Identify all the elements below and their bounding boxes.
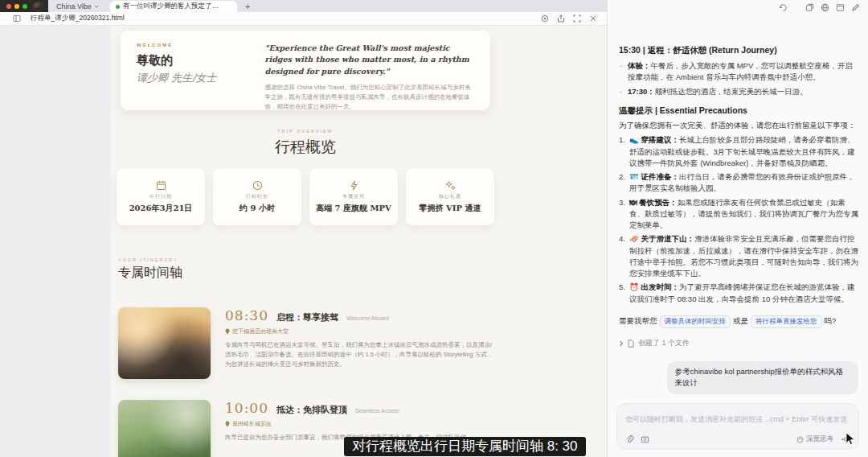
new-tab-button[interactable]: + [245,0,250,12]
workspace-selector[interactable]: China Vibe [56,0,99,12]
open-in-browser-icon[interactable] [541,14,549,23]
chat-messages[interactable]: 15:30 | 返程：舒适休憩 (Return Journey) 体验：午餐后，… [619,37,858,401]
overview-eyebrow: TRIP OVERVIEW [117,129,494,134]
timeline-item-title: 抵达：免排队登顶 [276,404,347,416]
numbered-item: 2.🪪 证件准备：出行当日，请务必携带您的有效身份证或护照原件，用于景区实名制核… [619,171,858,195]
minimize-window-button[interactable] [14,4,19,9]
tab-session[interactable]: 有一位叫谭少卿的客人预定了… [110,1,237,12]
timeline-description: 专属向导与司机已在酒店大堂等候。登车后，我们将为您奉上冰镇依云气泡水或温热香茗，… [225,340,494,369]
deep-think-toggle[interactable]: 深度思考 [796,434,833,444]
html-preview-pane[interactable]: WELCOME 尊敬的 谭少卿 先生/女士 "Experience the Gr… [0,26,607,457]
timeline-item-subtitle: Welcome Aboard [346,315,389,321]
timeline-time: 10:00 [225,400,268,416]
card-label: 核心礼遇 [439,193,461,200]
numbered-item: 5.⏰ 出发时间：为了避开早高峰拥堵并保证您在长城的游览体验，建议我们准时于 0… [619,282,858,305]
bullet-item: 体验：午餐后，步入宽敞的专属 MPV，您可以调整航空座椅，开启按摩功能，在 Am… [619,60,858,84]
app-window: China Vibe 有一位叫谭少卿的客人预定了… + 行程单_谭少卿_2026… [0,0,868,457]
tabs-icon[interactable] [805,3,814,12]
mpv-interior-photo [118,307,211,379]
compose-icon[interactable] [851,3,860,12]
overview-card-date: 出行日期 2026年3月21日 [117,169,205,225]
card-label: 行程时长 [246,193,268,200]
bolt-icon [349,180,359,191]
timeline-item-subtitle: Seamless Access [355,408,399,414]
section-heading: 温馨提示 | Essential Precautions [619,105,858,117]
timeline-title: 专属时间轴 [118,265,182,282]
avatar[interactable] [33,2,43,11]
timeline-location: 您下榻酒店的迎宾大堂 [232,327,289,336]
message-input[interactable] [625,415,850,423]
subtitle-caption: 对行程概览出行日期专属时间轴 8: 30 [344,437,586,456]
bullet-item: 17:30：顺利抵达您的酒店，结束完美的长城一日游。 [619,86,858,97]
close-icon[interactable] [589,14,597,23]
card-value: 零拥挤 VIP 通道 [420,203,481,214]
fullscreen-icon[interactable] [573,14,581,23]
card-label: 专属座驾 [342,193,365,200]
assistant-chat-panel: 15:30 | 返程：舒适休憩 (Return Journey) 体验：午餐后，… [607,0,868,457]
pin-icon [225,421,230,427]
numbered-item: 3.🍽 餐饮预告：如果您或随行亲友有任何饮食禁忌或过敏史（如素食、麸质过敏等），… [619,197,858,232]
guest-name: 谭少卿 先生/女士 [137,71,265,85]
chevron-down-icon [94,4,99,9]
card-value: 约 9 小时 [240,203,275,214]
precautions-intro: 为了确保您拥有一次完美、舒适的体验，请您在出行前留意以下事项： [619,120,858,132]
history-icon[interactable] [779,3,788,12]
followup-question: 需要我帮您调整具体的时间安排或是将行程单直接发给您吗? [619,314,858,328]
tab-title: 有一位叫谭少卿的客人预定了… [123,2,219,11]
close-window-button[interactable] [6,4,11,9]
user-message: 参考chinavibe kol partnership报价单的样式和风格来设计 [667,361,858,394]
chevron-right-icon [619,340,624,347]
timeline-eyebrow: YOUR ITINERARY [118,257,178,262]
clock-icon [252,180,263,191]
welcome-card: WELCOME 尊敬的 谭少卿 先生/女士 "Experience the Gr… [121,31,490,110]
overview-card-vehicle: 专属座驾 高端 7 座旗舰 MPV [309,169,398,225]
great-wall-photo [118,400,211,457]
suggestion-chip[interactable]: 调整具体的时间安排 [660,315,731,328]
card-value: 2026年3月21日 [129,203,193,214]
preview-toolbar: 行程单_谭少卿_20260321.html [0,12,607,26]
sparkles-icon [445,180,456,191]
overview-cards: 出行日期 2026年3月21日 行程时长 约 9 小时 专属座驾 高端 7 座旗… [117,169,494,225]
preview-gutter [0,26,111,457]
overview-title: 行程概览 [117,137,494,158]
workspace-label: China Vibe [56,2,92,10]
welcome-quote: "Experience the Great Wall's most majest… [265,43,474,77]
tab-favicon [116,5,120,9]
traffic-lights[interactable] [6,4,27,9]
overview-card-duration: 行程时长 约 9 小时 [213,169,301,225]
zoom-window-button[interactable] [23,4,27,9]
message-composer[interactable]: 深度思考 [616,403,859,450]
card-value: 高端 7 座旗舰 MPV [316,203,391,214]
file-created-row[interactable]: 创建了 1 个文件 [619,338,858,348]
globe-icon[interactable] [821,3,829,12]
deep-think-icon [796,436,804,443]
timeline-location: 慕田峪长城景区 [232,420,272,428]
tab-strip: China Vibe 有一位叫谭少卿的客人预定了… + [0,0,607,12]
itinerary-document: WELCOME 尊敬的 谭少卿 先生/女士 "Experience the Gr… [117,26,494,457]
card-label: 出行日期 [149,193,172,200]
timeline-item: 08:30 启程：尊享接驾 Welcome Aboard 您下榻酒店的迎宾大堂 … [118,307,494,379]
welcome-body: 感谢您选择 China Vibe Travel。我们为您精心定制了此次慕田峪长城… [265,83,474,112]
timeline-item-title: 启程：尊享接驾 [276,311,338,323]
screenshot-icon[interactable] [641,435,649,444]
file-icon [628,340,634,348]
calendar-icon [156,180,166,191]
overview-card-privilege: 核心礼遇 零拥挤 VIP 通道 [406,169,494,225]
welcome-salutation: 尊敬的 [137,53,265,68]
window-icon[interactable] [836,3,845,12]
numbered-item: 1.👟 穿搭建议：长城上台阶较多且部分路段陡峭，请务必穿着防滑、舒适的运动鞋或徒… [619,134,858,169]
suggestion-chip[interactable]: 将行程单直接发给您 [751,315,822,328]
preview-filename: 行程单_谭少卿_20260321.html [31,14,125,23]
pin-icon [225,328,230,335]
sidebar-toggle-icon[interactable] [13,14,21,23]
share-icon[interactable] [557,14,565,23]
numbered-item: 4.🛷 关于滑道下山：滑道体验非常安全且充满乐趣，但需要您自行控制拉杆（前推加速… [619,233,858,279]
welcome-eyebrow: WELCOME [137,43,265,47]
attachment-icon[interactable] [625,435,634,444]
section-heading: 15:30 | 返程：舒适休憩 (Return Journey) [619,45,858,56]
mouse-cursor [845,432,856,446]
timeline-time: 08:30 [225,307,268,323]
